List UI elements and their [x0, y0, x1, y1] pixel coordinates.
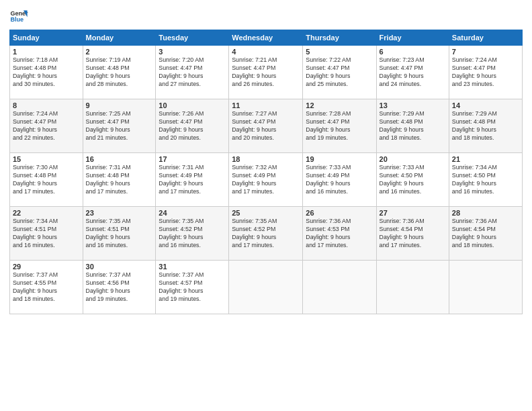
day-info: Sunrise: 7:19 AMSunset: 4:48 PMDaylight:… [86, 56, 153, 89]
day-info: Sunrise: 7:29 AMSunset: 4:48 PMDaylight:… [380, 110, 446, 142]
calendar-week-3: 15Sunrise: 7:30 AMSunset: 4:48 PMDayligh… [10, 153, 523, 207]
calendar-cell [449, 261, 522, 314]
day-number: 23 [86, 209, 153, 217]
day-info: Sunrise: 7:35 AMSunset: 4:52 PMDaylight:… [232, 218, 300, 250]
day-info: Sunrise: 7:36 AMSunset: 4:54 PMDaylight:… [452, 218, 519, 250]
day-number: 9 [86, 101, 153, 109]
day-info: Sunrise: 7:33 AMSunset: 4:50 PMDaylight:… [380, 164, 446, 196]
day-number: 6 [380, 48, 446, 56]
calendar-cell: 28Sunrise: 7:36 AMSunset: 4:54 PMDayligh… [449, 207, 522, 261]
day-number: 24 [159, 209, 226, 217]
day-info: Sunrise: 7:29 AMSunset: 4:48 PMDaylight:… [452, 110, 519, 142]
calendar-cell: 27Sunrise: 7:36 AMSunset: 4:54 PMDayligh… [376, 207, 449, 261]
day-number: 28 [452, 209, 519, 217]
day-number: 4 [232, 48, 300, 56]
calendar-cell: 22Sunrise: 7:34 AMSunset: 4:51 PMDayligh… [10, 207, 83, 261]
calendar-cell: 21Sunrise: 7:34 AMSunset: 4:50 PMDayligh… [449, 153, 522, 207]
day-info: Sunrise: 7:30 AMSunset: 4:48 PMDaylight:… [13, 164, 80, 196]
calendar-week-1: 1Sunrise: 7:18 AMSunset: 4:48 PMDaylight… [10, 46, 523, 99]
day-number: 25 [232, 209, 300, 217]
day-number: 12 [306, 101, 373, 109]
day-number: 17 [159, 155, 226, 163]
day-info: Sunrise: 7:21 AMSunset: 4:47 PMDaylight:… [232, 56, 300, 89]
day-info: Sunrise: 7:36 AMSunset: 4:53 PMDaylight:… [306, 218, 373, 250]
calendar-cell: 5Sunrise: 7:22 AMSunset: 4:47 PMDaylight… [303, 46, 376, 99]
calendar-cell: 2Sunrise: 7:19 AMSunset: 4:48 PMDaylight… [83, 46, 156, 99]
calendar-cell: 24Sunrise: 7:35 AMSunset: 4:52 PMDayligh… [156, 207, 229, 261]
day-number: 14 [452, 101, 519, 109]
calendar-cell: 13Sunrise: 7:29 AMSunset: 4:48 PMDayligh… [376, 99, 449, 153]
calendar-cell: 30Sunrise: 7:37 AMSunset: 4:56 PMDayligh… [83, 261, 156, 314]
calendar-cell: 19Sunrise: 7:33 AMSunset: 4:49 PMDayligh… [303, 153, 376, 207]
day-number: 15 [13, 155, 80, 163]
column-header-saturday: Saturday [449, 30, 522, 46]
day-number: 8 [13, 101, 80, 109]
calendar-cell [229, 261, 303, 314]
day-number: 3 [159, 48, 226, 56]
calendar-cell: 8Sunrise: 7:24 AMSunset: 4:47 PMDaylight… [10, 99, 83, 153]
logo: General Blue [9, 7, 28, 26]
calendar-cell: 18Sunrise: 7:32 AMSunset: 4:49 PMDayligh… [229, 153, 303, 207]
calendar-cell: 16Sunrise: 7:31 AMSunset: 4:48 PMDayligh… [83, 153, 156, 207]
day-number: 2 [86, 48, 153, 56]
day-number: 21 [452, 155, 519, 163]
calendar-cell [376, 261, 449, 314]
day-number: 22 [13, 209, 80, 217]
column-header-tuesday: Tuesday [156, 30, 229, 46]
day-info: Sunrise: 7:24 AMSunset: 4:47 PMDaylight:… [13, 110, 80, 142]
day-number: 29 [13, 263, 80, 271]
calendar-cell: 12Sunrise: 7:28 AMSunset: 4:47 PMDayligh… [303, 99, 376, 153]
calendar-cell: 1Sunrise: 7:18 AMSunset: 4:48 PMDaylight… [10, 46, 83, 99]
calendar-cell [303, 261, 376, 314]
day-number: 20 [380, 155, 446, 163]
calendar-cell: 4Sunrise: 7:21 AMSunset: 4:47 PMDaylight… [229, 46, 303, 99]
day-info: Sunrise: 7:37 AMSunset: 4:56 PMDaylight:… [86, 271, 153, 304]
column-header-thursday: Thursday [303, 30, 376, 46]
day-info: Sunrise: 7:20 AMSunset: 4:47 PMDaylight:… [159, 56, 226, 89]
day-number: 13 [380, 101, 446, 109]
calendar-table: SundayMondayTuesdayWednesdayThursdayFrid… [9, 30, 523, 314]
day-info: Sunrise: 7:26 AMSunset: 4:47 PMDaylight:… [159, 110, 226, 142]
day-info: Sunrise: 7:35 AMSunset: 4:52 PMDaylight:… [159, 218, 226, 250]
calendar-cell: 25Sunrise: 7:35 AMSunset: 4:52 PMDayligh… [229, 207, 303, 261]
calendar-cell: 14Sunrise: 7:29 AMSunset: 4:48 PMDayligh… [449, 99, 522, 153]
day-number: 7 [452, 48, 519, 56]
calendar-cell: 26Sunrise: 7:36 AMSunset: 4:53 PMDayligh… [303, 207, 376, 261]
calendar-cell: 23Sunrise: 7:35 AMSunset: 4:51 PMDayligh… [83, 207, 156, 261]
day-info: Sunrise: 7:22 AMSunset: 4:47 PMDaylight:… [306, 56, 373, 89]
column-header-wednesday: Wednesday [229, 30, 303, 46]
day-info: Sunrise: 7:37 AMSunset: 4:55 PMDaylight:… [13, 271, 80, 304]
day-info: Sunrise: 7:32 AMSunset: 4:49 PMDaylight:… [232, 164, 300, 196]
column-header-monday: Monday [83, 30, 156, 46]
day-info: Sunrise: 7:31 AMSunset: 4:48 PMDaylight:… [86, 164, 153, 196]
day-info: Sunrise: 7:25 AMSunset: 4:47 PMDaylight:… [86, 110, 153, 142]
day-info: Sunrise: 7:33 AMSunset: 4:49 PMDaylight:… [306, 164, 373, 196]
day-info: Sunrise: 7:36 AMSunset: 4:54 PMDaylight:… [380, 218, 446, 250]
calendar-week-4: 22Sunrise: 7:34 AMSunset: 4:51 PMDayligh… [10, 207, 523, 261]
column-header-sunday: Sunday [10, 30, 83, 46]
page-container: General Blue SundayMondayTuesdayWednesda… [0, 0, 532, 320]
calendar-cell: 20Sunrise: 7:33 AMSunset: 4:50 PMDayligh… [376, 153, 449, 207]
day-info: Sunrise: 7:24 AMSunset: 4:47 PMDaylight:… [452, 56, 519, 89]
column-header-friday: Friday [376, 30, 449, 46]
day-info: Sunrise: 7:35 AMSunset: 4:51 PMDaylight:… [86, 218, 153, 250]
day-info: Sunrise: 7:34 AMSunset: 4:51 PMDaylight:… [13, 218, 80, 250]
day-info: Sunrise: 7:23 AMSunset: 4:47 PMDaylight:… [380, 56, 446, 89]
calendar-cell: 7Sunrise: 7:24 AMSunset: 4:47 PMDaylight… [449, 46, 522, 99]
calendar-cell: 11Sunrise: 7:27 AMSunset: 4:47 PMDayligh… [229, 99, 303, 153]
day-number: 16 [86, 155, 153, 163]
calendar-cell: 29Sunrise: 7:37 AMSunset: 4:55 PMDayligh… [10, 261, 83, 314]
day-info: Sunrise: 7:31 AMSunset: 4:49 PMDaylight:… [159, 164, 226, 196]
calendar-cell: 10Sunrise: 7:26 AMSunset: 4:47 PMDayligh… [156, 99, 229, 153]
day-info: Sunrise: 7:28 AMSunset: 4:47 PMDaylight:… [306, 110, 373, 142]
day-info: Sunrise: 7:34 AMSunset: 4:50 PMDaylight:… [452, 164, 519, 196]
day-number: 31 [159, 263, 226, 271]
logo-icon: General Blue [9, 7, 28, 26]
day-number: 11 [232, 101, 300, 109]
day-number: 18 [232, 155, 300, 163]
day-info: Sunrise: 7:18 AMSunset: 4:48 PMDaylight:… [13, 56, 80, 89]
day-number: 10 [159, 101, 226, 109]
day-info: Sunrise: 7:37 AMSunset: 4:57 PMDaylight:… [159, 271, 226, 304]
day-info: Sunrise: 7:27 AMSunset: 4:47 PMDaylight:… [232, 110, 300, 142]
calendar-cell: 17Sunrise: 7:31 AMSunset: 4:49 PMDayligh… [156, 153, 229, 207]
